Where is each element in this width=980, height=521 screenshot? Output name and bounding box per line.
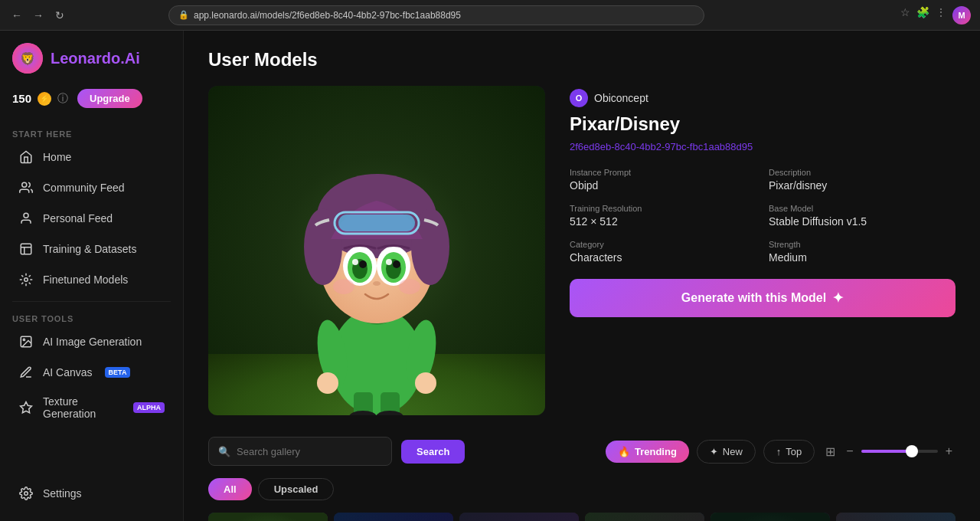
filter-tab-upscaled[interactable]: Upscaled — [258, 478, 335, 500]
sidebar-item-community-feed[interactable]: Community Feed — [6, 173, 177, 202]
sidebar-item-texture[interactable]: Texture Generation ALPHA — [6, 388, 177, 427]
ai-canvas-icon — [18, 365, 34, 380]
sparkle-new-icon: ✦ — [710, 446, 718, 457]
sparkle-icon: ✦ — [832, 290, 844, 306]
svg-rect-24 — [338, 215, 415, 231]
sidebar-item-settings[interactable]: Settings — [6, 479, 177, 508]
sidebar-item-label: Home — [43, 151, 71, 163]
extensions-icon[interactable]: 🧩 — [916, 6, 929, 25]
model-info: O Obiconcept Pixar/Disney 2f6ed8eb-8c40-… — [570, 86, 956, 415]
refresh-button[interactable]: ↻ — [52, 8, 67, 23]
sidebar-item-label: Personal Feed — [43, 212, 113, 224]
finetuned-icon — [18, 272, 34, 287]
svg-rect-44 — [334, 513, 453, 521]
new-button[interactable]: ✦ New — [697, 440, 756, 464]
strength-label: Strength — [769, 240, 956, 249]
sidebar-item-label: Settings — [43, 487, 82, 500]
zoom-in-button[interactable]: + — [942, 441, 956, 461]
back-button[interactable]: ← — [9, 8, 24, 23]
top-button[interactable]: ↑ Top — [763, 440, 815, 464]
model-id: 2f6ed8eb-8c40-4bb2-97bc-fbc1aab88d95 — [570, 141, 956, 152]
zoom-out-button[interactable]: − — [843, 441, 856, 461]
sidebar-item-ai-canvas[interactable]: AI Canvas BETA — [6, 358, 177, 387]
model-name: Pixar/Disney — [570, 113, 956, 135]
user-avatar[interactable]: M — [952, 6, 971, 25]
svg-rect-4 — [21, 244, 31, 254]
filter-tab-all[interactable]: All — [208, 478, 252, 500]
instance-prompt-value: Obipd — [570, 179, 756, 192]
credits-count: 150 — [12, 92, 31, 105]
base-model-value: Stable Diffusion v1.5 — [769, 215, 956, 228]
bookmark-icon[interactable]: ☆ — [900, 6, 910, 25]
app-layout: 🦁 Leonardo.Ai 150 ⚡ ⓘ Upgrade Start Here — [0, 31, 980, 521]
upgrade-button[interactable]: Upgrade — [77, 89, 142, 108]
sidebar-item-label: Community Feed — [43, 182, 125, 194]
forward-button[interactable]: → — [31, 8, 46, 23]
category-item: Category Characters — [570, 240, 756, 264]
sidebar-logo: 🦁 Leonardo.Ai — [0, 43, 183, 89]
trending-label: Trending — [635, 446, 677, 457]
model-section: O Obiconcept Pixar/Disney 2f6ed8eb-8c40-… — [208, 86, 956, 415]
url-bar[interactable]: 🔒 app.leonardo.ai/models/2f6ed8eb-8c40-4… — [168, 5, 704, 25]
sidebar-item-personal-feed[interactable]: Personal Feed — [6, 204, 177, 233]
description-label: Description — [769, 168, 956, 177]
svg-point-38 — [399, 279, 420, 294]
gallery-thumb[interactable] — [208, 513, 328, 521]
section-label-start: Start Here — [0, 123, 183, 142]
svg-point-17 — [317, 372, 338, 394]
credits-row: 150 ⚡ ⓘ Upgrade — [0, 89, 183, 123]
model-author: O Obiconcept — [570, 89, 956, 107]
svg-point-34 — [352, 259, 358, 265]
model-image — [208, 86, 545, 415]
filter-right: 🔥 Trending ✦ New ↑ Top ⊞ − + — [606, 440, 956, 464]
svg-point-37 — [333, 279, 354, 294]
svg-point-33 — [393, 260, 400, 268]
menu-icon[interactable]: ⋮ — [936, 6, 946, 25]
gallery-thumb[interactable] — [836, 513, 956, 521]
svg-rect-39 — [208, 513, 328, 521]
svg-marker-8 — [21, 402, 32, 413]
svg-point-23 — [411, 208, 449, 285]
grid-view-button[interactable]: ⊞ — [822, 441, 838, 462]
sidebar-item-label: Training & Datasets — [43, 243, 136, 255]
author-avatar: O — [570, 89, 588, 107]
url-text: app.leonardo.ai/models/2f6ed8eb-8c40-4bb… — [194, 10, 461, 21]
zoom-slider[interactable] — [861, 450, 938, 453]
credits-icon: ⚡ — [38, 92, 51, 106]
svg-point-9 — [24, 492, 28, 496]
category-label: Category — [570, 240, 756, 249]
gallery-thumb[interactable] — [459, 513, 579, 521]
ai-image-icon — [18, 334, 34, 349]
new-label: New — [723, 446, 743, 457]
svg-text:🦁: 🦁 — [20, 51, 35, 66]
category-value: Characters — [570, 251, 756, 264]
view-controls: ⊞ − + — [822, 441, 956, 462]
author-name: Obiconcept — [594, 92, 648, 104]
info-icon[interactable]: ⓘ — [57, 92, 68, 106]
generate-btn-label: Generate with this Model — [681, 291, 826, 305]
filter-tabs: All Upscaled — [208, 478, 956, 500]
sidebar-item-home[interactable]: Home — [6, 143, 177, 172]
svg-point-32 — [359, 260, 367, 268]
description-item: Description Pixar/disney — [769, 168, 956, 192]
search-input[interactable] — [237, 446, 382, 457]
browser-actions: ☆ 🧩 ⋮ M — [900, 6, 971, 25]
character-illustration — [247, 101, 507, 415]
svg-point-2 — [22, 182, 27, 187]
trending-button[interactable]: 🔥 Trending — [606, 441, 689, 463]
sidebar-item-ai-image[interactable]: AI Image Generation — [6, 327, 177, 356]
sidebar-item-label: Finetuned Models — [43, 274, 128, 286]
gallery-thumb[interactable] — [334, 513, 453, 521]
svg-rect-53 — [710, 513, 830, 521]
sidebar-item-training[interactable]: Training & Datasets — [6, 234, 177, 264]
generate-button[interactable]: Generate with this Model ✦ — [570, 279, 956, 317]
svg-rect-50 — [585, 513, 704, 521]
settings-icon — [18, 486, 34, 501]
community-icon — [18, 180, 34, 195]
gallery-controls: 🔍 Search 🔥 Trending ✦ New ↑ Top ⊞ — [208, 437, 956, 466]
gallery-thumb[interactable] — [585, 513, 704, 521]
sidebar-item-finetuned[interactable]: Finetuned Models — [6, 265, 177, 294]
training-resolution-item: Training Resolution 512 × 512 — [570, 204, 756, 228]
gallery-thumb[interactable] — [710, 513, 830, 521]
search-button[interactable]: Search — [401, 440, 465, 464]
